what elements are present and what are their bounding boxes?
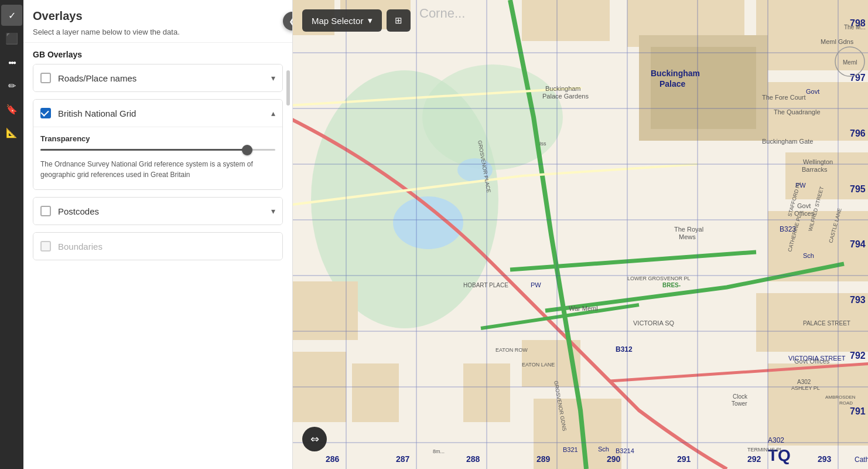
svg-text:794: 794 xyxy=(850,239,866,249)
svg-text:ASHLEY PL: ASHLEY PL xyxy=(791,385,820,391)
dots-icon-btn[interactable]: ●●● xyxy=(1,52,22,73)
svg-text:288: 288 xyxy=(466,454,480,464)
boundaries-overlay-label: Boundaries xyxy=(58,242,275,252)
map-grid-button[interactable]: ⊞ xyxy=(387,9,411,32)
bookmark-icon-btn[interactable]: 🔖 xyxy=(1,98,22,120)
gb-overlays-label: GB Overlays xyxy=(23,43,292,64)
svg-text:Cath: Cath xyxy=(855,456,868,464)
slider-fill xyxy=(40,149,247,151)
svg-rect-16 xyxy=(768,363,868,446)
svg-text:AMBROSDEN: AMBROSDEN xyxy=(825,395,856,400)
svg-text:293: 293 xyxy=(818,454,832,464)
slider-track xyxy=(40,149,275,151)
map-selector-button[interactable]: Map Selector ▾ xyxy=(302,9,382,32)
overlays-list: Roads/Place names ▾ British National Gri… xyxy=(23,64,292,469)
postcodes-overlay-row[interactable]: Postcodes ▾ xyxy=(33,198,282,225)
svg-text:LOWER GROSVENOR PL: LOWER GROSVENOR PL xyxy=(627,276,691,281)
svg-text:Wellington: Wellington xyxy=(803,158,833,165)
roads-chevron-down-icon: ▾ xyxy=(271,73,275,83)
svg-text:The M...: The M... xyxy=(844,24,866,30)
map-selector-label: Map Selector xyxy=(312,16,363,26)
exchange-icon: ⇔ xyxy=(310,433,319,446)
svg-rect-22 xyxy=(352,363,399,422)
svg-text:792: 792 xyxy=(850,351,866,361)
svg-text:Palace: Palace xyxy=(659,79,686,89)
svg-text:The Quadrangle: The Quadrangle xyxy=(774,108,821,115)
svg-rect-7 xyxy=(522,0,610,41)
svg-text:VICTORIA SQ: VICTORIA SQ xyxy=(633,320,675,327)
scroll-indicator xyxy=(286,70,290,106)
boundaries-overlay-card: Boundaries xyxy=(33,232,283,260)
svg-text:Sch: Sch xyxy=(598,446,609,453)
svg-text:ROAD: ROAD xyxy=(839,400,853,406)
svg-text:289: 289 xyxy=(536,454,551,464)
svg-text:791: 791 xyxy=(850,406,866,416)
roads-overlay-row[interactable]: Roads/Place names ▾ xyxy=(33,64,282,91)
layers-icon: ⬛ xyxy=(5,32,18,45)
bng-checkbox[interactable] xyxy=(40,108,51,118)
bng-description: The Ordnance Survey National Grid refere… xyxy=(40,159,275,180)
svg-text:Govt: Govt xyxy=(806,88,819,95)
svg-text:Clock: Clock xyxy=(733,393,748,400)
svg-text:B3214: B3214 xyxy=(616,447,634,454)
sidebar-icons: ✓ ⬛ ●●● ✏ 🔖 📐 xyxy=(0,0,23,469)
svg-text:Sch: Sch xyxy=(803,252,814,259)
svg-text:287: 287 xyxy=(396,454,410,464)
map-exchange-button[interactable]: ⇔ xyxy=(302,427,327,451)
postcodes-checkbox[interactable] xyxy=(40,206,51,216)
svg-text:Iss: Iss xyxy=(539,141,546,147)
dots-icon: ●●● xyxy=(8,59,15,66)
check-icon-btn[interactable]: ✓ xyxy=(1,5,22,26)
svg-text:HOBART PLACE: HOBART PLACE xyxy=(463,282,508,288)
svg-text:PW: PW xyxy=(531,281,541,288)
overlays-header: Overlays Select a layer name below to vi… xyxy=(23,0,292,43)
svg-text:793: 793 xyxy=(850,295,866,305)
edit-icon-btn[interactable]: ✏ xyxy=(1,75,22,96)
boundaries-overlay-row[interactable]: Boundaries xyxy=(33,233,282,260)
svg-text:8m...: 8m... xyxy=(433,448,445,454)
map-controls: Map Selector ▾ ⊞ xyxy=(302,9,411,32)
svg-text:B312: B312 xyxy=(616,345,633,354)
svg-text:Corne...: Corne... xyxy=(419,6,465,21)
svg-text:Govt: Govt xyxy=(797,202,811,209)
svg-text:A302: A302 xyxy=(797,379,811,385)
svg-text:Buckingham: Buckingham xyxy=(545,85,581,92)
dropdown-arrow-icon: ▾ xyxy=(368,15,373,26)
transparency-slider[interactable] xyxy=(40,149,275,151)
svg-text:Tower: Tower xyxy=(732,400,747,407)
map-area[interactable]: 798 797 796 795 794 793 792 791 Buckingh… xyxy=(293,0,868,469)
roads-overlay-label: Roads/Place names xyxy=(58,73,266,83)
map-svg: 798 797 796 795 794 793 792 791 Buckingh… xyxy=(293,0,868,469)
overlays-title: Overlays xyxy=(33,9,283,23)
svg-text:War Meml: War Meml xyxy=(569,305,598,312)
chevron-left-icon: ❮ xyxy=(289,16,293,26)
overlays-panel: Overlays Select a layer name below to vi… xyxy=(23,0,293,469)
postcodes-overlay-label: Postcodes xyxy=(58,206,266,216)
roads-checkbox[interactable] xyxy=(40,73,51,83)
svg-text:Barracks: Barracks xyxy=(802,166,828,173)
svg-text:Buckingham: Buckingham xyxy=(651,69,700,78)
bng-overlay-expanded: Transparency The Ordnance Survey Nationa… xyxy=(33,127,282,189)
bng-overlay-card: British National Grid ▴ Transparency The… xyxy=(33,99,283,190)
svg-text:PALACE STREET: PALACE STREET xyxy=(803,320,850,327)
svg-text:B321: B321 xyxy=(563,446,578,453)
svg-text:Mews: Mews xyxy=(679,233,696,240)
svg-text:VICTORIA STREET: VICTORIA STREET xyxy=(788,355,846,362)
layers-icon-btn[interactable]: ⬛ xyxy=(1,28,22,49)
svg-text:292: 292 xyxy=(747,454,761,464)
svg-text:The Royal: The Royal xyxy=(674,226,703,233)
measure-icon-btn[interactable]: 📐 xyxy=(1,122,22,143)
bng-chevron-up-icon: ▴ xyxy=(271,108,275,118)
slider-thumb[interactable] xyxy=(242,145,252,155)
svg-text:The Fore Court: The Fore Court xyxy=(762,94,806,101)
svg-text:Meml Gdns: Meml Gdns xyxy=(821,38,854,45)
svg-text:BRES-: BRES- xyxy=(662,282,681,288)
transparency-label: Transparency xyxy=(40,134,275,143)
bng-overlay-row[interactable]: British National Grid ▴ xyxy=(33,100,282,127)
postcodes-chevron-down-icon: ▾ xyxy=(271,206,275,216)
boundaries-checkbox[interactable] xyxy=(40,241,51,252)
svg-text:EATON LANE: EATON LANE xyxy=(522,362,555,368)
bng-overlay-label: British National Grid xyxy=(58,108,266,118)
svg-text:795: 795 xyxy=(850,184,866,194)
svg-text:A302: A302 xyxy=(768,436,784,444)
